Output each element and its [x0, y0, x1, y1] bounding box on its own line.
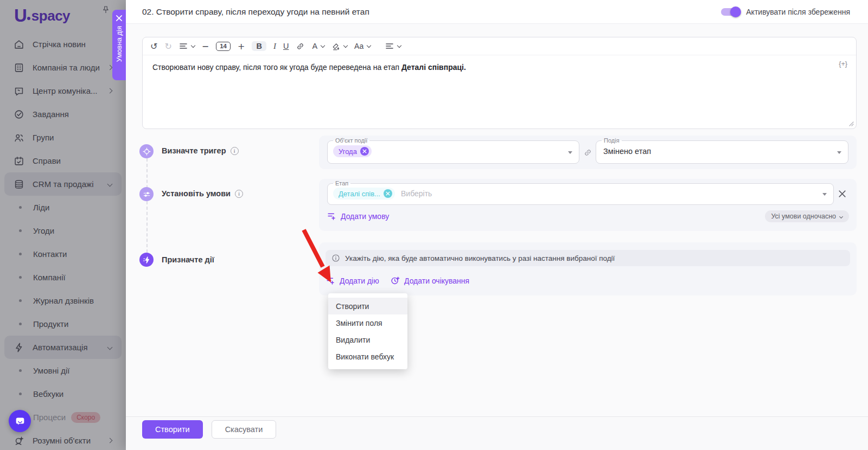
trigger-step-icon	[139, 144, 154, 158]
actions-row: Укажіть дію, яка буде автоматично викону…	[319, 242, 857, 295]
editor-toolbar: ↺ ↻ − 14 + B I U A Aa	[143, 37, 856, 55]
add-wait-clock-icon	[391, 276, 400, 285]
chevron-down-icon	[191, 43, 195, 47]
activate-toggle-label: Активувати після збереження	[746, 8, 850, 16]
stage-chip: Деталі спів...	[333, 188, 395, 200]
chevron-down-icon	[397, 43, 401, 47]
line-spacing-icon	[179, 42, 188, 50]
conditions-mode-label: Усі умови одночасно	[771, 213, 836, 220]
actions-step-label: Призначте дії	[162, 255, 214, 264]
underline-button[interactable]: U	[283, 42, 289, 50]
link-fields-icon	[583, 148, 592, 157]
editor-text: Створювати нову справу, після того як уг…	[152, 63, 401, 72]
description-editor[interactable]: ↺ ↻ − 14 + B I U A Aa	[142, 37, 857, 129]
stage-label: Етап	[333, 180, 350, 187]
stage-select[interactable]: Етап Деталі спів... Виберіть	[327, 183, 834, 205]
font-size-value[interactable]: 14	[216, 42, 231, 51]
close-icon[interactable]	[116, 15, 123, 22]
step-connector-line	[146, 158, 148, 253]
action-type-menu: Створити Змінити поля Видалити Виконати …	[328, 293, 407, 369]
conditions-step-label: Установіть умови	[162, 189, 231, 198]
insert-link-button[interactable]	[296, 42, 305, 51]
trigger-step-label: Визначте тригер	[162, 146, 226, 155]
add-condition-label: Додати умову	[341, 212, 389, 221]
redo-button[interactable]: ↻	[164, 41, 171, 52]
menu-item-change-fields[interactable]: Змінити поля	[328, 314, 407, 331]
add-condition-button[interactable]: Додати умову	[327, 211, 389, 221]
actions-hint-text: Укажіть дію, яка буде автоматично викону…	[345, 254, 615, 262]
chat-bubble-icon	[14, 415, 26, 427]
create-button[interactable]: Створити	[142, 420, 203, 439]
link-icon	[296, 42, 305, 51]
chevron-down-icon	[321, 43, 325, 47]
drawer-header: 02. Створити справу, після переходу угод…	[126, 0, 868, 24]
activate-toggle[interactable]	[721, 8, 739, 16]
remove-chip-icon[interactable]	[384, 189, 392, 198]
event-object-select[interactable]: Об'єкт події Угода	[327, 140, 579, 164]
cancel-button[interactable]: Скасувати	[212, 420, 277, 439]
actions-step-row: Призначте дії	[162, 255, 214, 264]
modal-backdrop[interactable]	[0, 0, 126, 450]
editor-text-bold: Деталі співпраці.	[401, 63, 466, 72]
info-icon[interactable]: i	[235, 190, 243, 198]
italic-button[interactable]: I	[273, 42, 276, 51]
resize-handle[interactable]	[848, 120, 854, 126]
align-left-icon	[385, 42, 394, 50]
conditions-mode-select[interactable]: Усі умови одночасно	[765, 210, 849, 222]
info-icon	[331, 254, 340, 262]
line-spacing-button[interactable]	[179, 42, 195, 50]
sidebar: U spacy Стрічка новин Компанія та люди Ц…	[0, 0, 126, 450]
actions-step-icon	[139, 253, 154, 267]
deal-chip-label: Угода	[339, 147, 357, 156]
drawer-tab-label: Умовна дія	[115, 26, 123, 62]
conditions-row: Етап Деталі спів... Виберіть Додати умов…	[319, 179, 857, 231]
remove-condition-icon[interactable]	[838, 189, 847, 198]
menu-item-run-webhook[interactable]: Виконати вебхук	[328, 348, 407, 365]
align-button[interactable]	[385, 42, 401, 50]
chevron-down-icon	[367, 43, 371, 47]
event-select[interactable]: Подія Змінено етап	[596, 140, 848, 164]
chevron-down-icon	[839, 214, 843, 218]
font-size-increase-button[interactable]: +	[238, 41, 245, 52]
toggle-knob	[730, 7, 741, 17]
add-action-icon	[326, 276, 335, 285]
sliders-icon	[143, 190, 151, 198]
font-color-button[interactable]: A	[312, 42, 324, 50]
conditions-step-icon	[139, 187, 154, 201]
bold-button[interactable]: B	[252, 41, 266, 51]
lightning-icon	[143, 256, 151, 264]
menu-item-delete[interactable]: Видалити	[328, 331, 407, 348]
deal-chip: Угода	[333, 145, 372, 157]
info-icon[interactable]: i	[231, 147, 239, 155]
undo-button[interactable]: ↺	[150, 41, 157, 52]
text-case-button[interactable]: Aa	[354, 42, 371, 50]
add-wait-label: Додати очікування	[404, 277, 469, 285]
editor-content[interactable]: Створювати нову справу, після того як уг…	[143, 55, 856, 79]
font-size-decrease-button[interactable]: −	[202, 41, 209, 52]
actions-hint: Укажіть дію, яка буде автоматично викону…	[326, 250, 850, 266]
insert-variable-button[interactable]: {+}	[839, 60, 847, 68]
page-title: 02. Створити справу, після переходу угод…	[142, 0, 369, 24]
target-icon	[143, 147, 151, 156]
conditional-action-drawer: Умовна дія 02. Створити справу, після пе…	[126, 0, 868, 450]
add-action-button[interactable]: Додати дію	[326, 276, 379, 285]
trigger-row: Об'єкт події Угода Подія Змінено етап	[319, 136, 857, 169]
drawer-footer: Створити Скасувати	[126, 416, 868, 450]
dropdown-arrow-icon	[568, 151, 572, 154]
highlight-color-button[interactable]	[331, 42, 347, 50]
dropdown-arrow-icon	[822, 193, 827, 196]
add-wait-button[interactable]: Додати очікування	[391, 276, 469, 285]
event-object-label: Об'єкт події	[333, 137, 369, 144]
drawer-tab-conditional-action[interactable]: Умовна дія	[112, 10, 126, 80]
trigger-step-row: Визначте тригер i	[162, 146, 239, 155]
fill-color-icon	[331, 42, 340, 50]
menu-item-create[interactable]: Створити	[328, 298, 407, 314]
conditions-step-row: Установіть умови i	[162, 189, 243, 198]
stage-chip-label: Деталі спів...	[339, 190, 380, 198]
add-filter-icon	[327, 211, 336, 221]
remove-chip-icon[interactable]	[360, 147, 369, 156]
support-chat-button[interactable]	[9, 410, 31, 432]
event-value: Змінено етап	[603, 147, 651, 156]
chevron-down-icon	[343, 43, 348, 47]
event-label: Подія	[602, 137, 622, 144]
